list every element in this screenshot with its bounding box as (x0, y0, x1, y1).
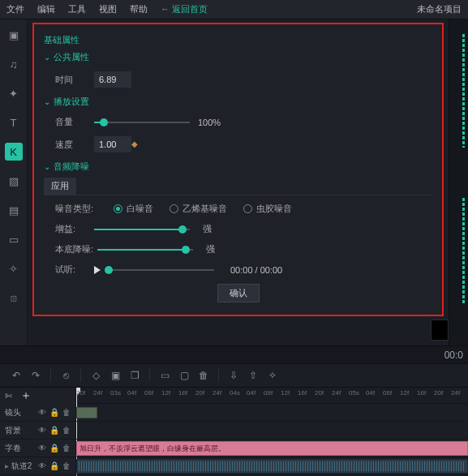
sidebar-adjust-icon[interactable]: ⎅ (5, 289, 23, 307)
ruler-tick: 12f (400, 389, 409, 397)
eye-icon[interactable]: 👁 (38, 461, 46, 470)
lock-icon[interactable]: 🔒 (49, 444, 59, 452)
time-input[interactable] (94, 71, 131, 88)
ruler-tick: 04s (230, 389, 240, 397)
undo-icon[interactable]: ↶ (8, 367, 24, 384)
speed-input[interactable] (94, 136, 131, 152)
ruler-tick: 24f (332, 389, 341, 397)
copy-icon[interactable]: ❐ (127, 367, 143, 384)
sidebar-text-icon[interactable]: T (5, 114, 23, 131)
download-icon[interactable]: ⇩ (225, 367, 242, 384)
menu-bar: 文件 编辑 工具 视图 帮助 ← 返回首页 未命名项目 (0, 0, 468, 19)
return-home[interactable]: ← 返回首页 (161, 3, 208, 15)
eye-icon[interactable]: 👁 (38, 408, 46, 417)
gain-slider[interactable] (94, 229, 190, 230)
status-bar: 00:0 (0, 345, 468, 363)
lane-bg[interactable] (76, 422, 468, 440)
tab-apply[interactable]: 应用 (44, 178, 76, 195)
properties-panel: 基础属性 ⌄公共属性 时间 ⌄播放设置 音量 100% 速度 ◆ ⌄音频降噪 (32, 23, 444, 316)
ruler-tick: 20f (434, 389, 443, 397)
ruler-tick: 08f (264, 389, 273, 397)
ruler-tick: 24f (93, 389, 102, 397)
ruler-tick: 04f (127, 389, 136, 397)
timeline-toolbar: ↶ ↷ ⎋ ◇ ▣ ❐ ▭ ▢ 🗑 ⇩ ⇧ ✧ (0, 363, 468, 388)
sidebar-fx-icon[interactable]: ✦ (5, 84, 23, 102)
local-denoise-label: 本底降噪: (55, 243, 97, 255)
trash-icon[interactable]: 🗑 (62, 408, 71, 417)
local-denoise-slider[interactable] (97, 249, 193, 251)
menu-edit[interactable]: 编辑 (37, 3, 55, 15)
keyframe-icon[interactable]: ◆ (131, 139, 138, 148)
audio-clip-2[interactable] (76, 459, 468, 474)
sidebar-comment-icon[interactable]: ▭ (5, 230, 23, 248)
noise-type-label: 噪音类型: (55, 203, 97, 215)
ruler-tick: 08f (383, 389, 392, 397)
project-name: 未命名项目 (417, 3, 462, 15)
sidebar-video-icon[interactable]: ▣ (5, 26, 23, 44)
ruler-tick: 20f (76, 389, 85, 397)
play-button[interactable] (94, 266, 101, 274)
ruler-tick: 16f (178, 389, 187, 397)
lane-lens[interactable] (76, 404, 468, 422)
radio-vinyl-noise[interactable]: 乙烯基噪音 (170, 203, 227, 215)
lock-icon[interactable]: 🔒 (49, 426, 59, 435)
redo-icon[interactable]: ↷ (28, 367, 44, 384)
sidebar-karaoke-icon[interactable]: K (5, 143, 23, 161)
sidebar-music-icon[interactable]: ♫ (5, 55, 23, 73)
lock-icon[interactable]: 🔒 (49, 461, 59, 470)
preview-slider[interactable] (109, 269, 214, 271)
delete-icon[interactable]: 🗑 (195, 367, 212, 384)
menu-help[interactable]: 帮助 (130, 3, 148, 15)
wand-icon[interactable]: ✧ (264, 367, 281, 384)
lane-track2[interactable] (76, 457, 468, 475)
sidebar-sparkle-icon[interactable]: ✧ (5, 259, 23, 277)
radio-tape-noise[interactable]: 虫胶噪音 (243, 203, 292, 215)
sidebar-folder-icon[interactable]: ▤ (5, 201, 23, 219)
right-strip (449, 19, 468, 345)
menu-tool[interactable]: 工具 (68, 3, 86, 15)
razor-icon[interactable]: ✄ (5, 391, 12, 401)
tool-b-icon[interactable]: ▢ (176, 367, 192, 384)
gain-label: 增益: (55, 223, 94, 235)
ruler-tick: 04f (247, 389, 255, 397)
track-header-2[interactable]: ▸ 轨道2👁🔒🗑 (0, 457, 75, 475)
section-denoise[interactable]: ⌄音频降噪 (44, 161, 432, 173)
subtitle-clip[interactable]: 旭日升，不羡浮云遮望眼，白缘身在最高层。 (76, 441, 468, 456)
upload-icon[interactable]: ⇧ (245, 367, 261, 384)
trash-icon[interactable]: 🗑 (62, 461, 71, 470)
confirm-button[interactable]: 确认 (217, 284, 260, 302)
track-header-lens[interactable]: 镜头👁🔒🗑 (0, 404, 75, 422)
ruler-tick: 16f (417, 389, 426, 397)
marker-icon[interactable]: ◇ (88, 367, 104, 384)
sidebar-pattern-icon[interactable]: ▨ (5, 172, 23, 190)
clip-small[interactable] (76, 407, 97, 418)
eye-icon[interactable]: 👁 (38, 444, 46, 452)
track-header-bg[interactable]: 背景👁🔒🗑 (0, 422, 75, 440)
menu-file[interactable]: 文件 (6, 3, 24, 15)
ruler-tick: 12f (281, 389, 290, 397)
lock-icon[interactable]: 🔒 (49, 408, 59, 417)
split-icon[interactable]: ⎋ (58, 367, 74, 384)
section-public[interactable]: ⌄公共属性 (44, 51, 432, 63)
section-basic[interactable]: 基础属性 (44, 34, 432, 46)
trash-icon[interactable]: 🗑 (62, 426, 71, 435)
menu-view[interactable]: 视图 (99, 3, 117, 15)
left-sidebar: ▣ ♫ ✦ T K ▨ ▤ ▭ ✧ ⎅ (0, 19, 28, 345)
status-time: 00:0 (444, 349, 463, 361)
ruler-tick: 04f (366, 389, 375, 397)
lane-sub[interactable]: 旭日升，不羡浮云遮望眼，白缘身在最高层。 (76, 440, 468, 457)
trash-icon[interactable]: 🗑 (62, 444, 71, 452)
section-play[interactable]: ⌄播放设置 (44, 96, 432, 108)
gain-value: 强 (203, 223, 212, 235)
crop-icon[interactable]: ▣ (107, 367, 123, 384)
volume-value: 100% (198, 118, 221, 127)
preview-timecode: 00:00 / 00:00 (230, 265, 282, 275)
tool-a-icon[interactable]: ▭ (157, 367, 173, 384)
volume-slider[interactable] (94, 122, 190, 123)
eye-icon[interactable]: 👁 (38, 426, 46, 435)
radio-white-noise[interactable]: 白噪音 (114, 203, 153, 215)
track-header-sub[interactable]: 字卷👁🔒🗑 (0, 440, 75, 457)
timeline-ruler[interactable]: 20f24f03s04f08f12f16f20f24f04s04f08f12f1… (76, 388, 468, 404)
volume-label: 音量 (55, 116, 94, 128)
add-track-button[interactable]: ＋ (20, 388, 32, 403)
